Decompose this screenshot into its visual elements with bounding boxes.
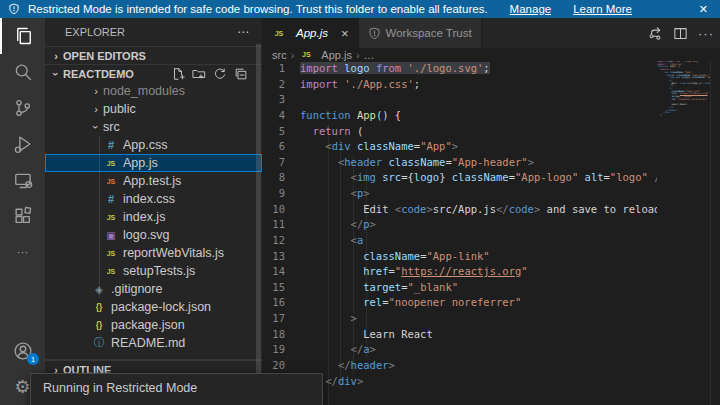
tab-workspace-trust[interactable]: Workspace Trust (359, 18, 482, 48)
tree-item-node-modules[interactable]: ›node_modules (45, 82, 262, 100)
search-icon (13, 62, 33, 82)
line-number: 14 (262, 264, 300, 280)
overview-ruler[interactable] (710, 61, 720, 405)
tree-item-reportwebvitals-js[interactable]: JSreportWebVitals.js (45, 244, 262, 262)
refresh-icon (213, 67, 227, 81)
breadcrumb: src›JSApp.js›… (262, 48, 720, 61)
code-line: 9 <p> (262, 186, 657, 202)
tree-item-logo-svg[interactable]: ▣logo.svg (45, 226, 262, 244)
split-editor-button[interactable] (673, 26, 688, 41)
new-folder-icon (192, 67, 206, 81)
tree-item-src[interactable]: ›src (45, 118, 262, 136)
banner-manage-link[interactable]: Manage (510, 3, 552, 15)
line-number: 9 (262, 186, 300, 202)
restricted-mode-banner: Restricted Mode is intended for safe cod… (0, 0, 720, 18)
vscode-window: Restricted Mode is intended for safe cod… (0, 0, 720, 405)
line-number: 3 (262, 92, 300, 108)
editor-group: JSApp.js×Workspace Trust ··· src›JSApp.j… (262, 18, 720, 405)
code-lines[interactable]: 1import logo from './logo.svg';2import '… (262, 61, 657, 405)
open-editors-section[interactable]: › OPEN EDITORS (45, 46, 262, 64)
info-file-icon: ⓘ (91, 336, 107, 350)
shield-icon (368, 27, 381, 40)
tree-item-label: logo.svg (123, 228, 170, 242)
line-number: 17 (262, 311, 300, 327)
svg-file-icon: ▣ (103, 230, 119, 241)
line-number: 4 (262, 108, 300, 124)
more-icon: ··· (698, 26, 714, 41)
code-line: 10 Edit <code>src/App.js</code> and save… (262, 202, 657, 218)
tree-item--gitignore[interactable]: ◈.gitignore (45, 280, 262, 298)
tree-item-label: package.json (111, 318, 185, 332)
activity-account-button[interactable]: 1 (0, 333, 45, 369)
tree-item-label: public (103, 102, 136, 116)
tree-item-index-css[interactable]: #index.css (45, 190, 262, 208)
tree-item-readme-md[interactable]: ⓘREADME.md (45, 334, 262, 352)
code-line: 1import logo from './logo.svg'; (262, 61, 657, 77)
line-number: 16 (262, 295, 300, 311)
line-number: 8 (262, 170, 300, 186)
refresh-button[interactable] (213, 67, 227, 81)
breadcrumb-label: … (364, 49, 375, 61)
activity-extensions-button[interactable] (0, 198, 45, 234)
code-line: 14 href="https://reactjs.org" (262, 264, 657, 280)
indent-guide (366, 170, 367, 358)
js-file-icon: JS (103, 250, 119, 257)
tree-item-package-json[interactable]: {}package.json (45, 316, 262, 334)
new-folder-button[interactable] (192, 67, 206, 81)
notification-title: Running in Restricted Mode (43, 380, 310, 396)
sidebar-scrollbar[interactable] (256, 44, 261, 405)
more-actions-button[interactable]: ··· (698, 26, 714, 41)
breadcrumb-label: App.js (321, 49, 352, 61)
activity-more-views-button[interactable]: ··· (0, 234, 45, 270)
sidebar-title: EXPLORER (65, 26, 125, 38)
line-number: 1 (262, 61, 300, 77)
minimap[interactable]: import logo from './logo.svg';import './… (657, 61, 710, 405)
new-file-icon (171, 67, 185, 81)
code-line: 12 <a (262, 233, 657, 249)
project-section-reactdemo[interactable]: › REACTDEMO (45, 64, 262, 82)
activity-explorer-button[interactable] (0, 18, 45, 54)
css-file-icon: # (103, 193, 119, 205)
tree-item-index-js[interactable]: JSindex.js (45, 208, 262, 226)
tree-item-label: README.md (111, 336, 185, 350)
code-line: 2import './App.css'; (262, 77, 657, 93)
code-line: 3 (262, 92, 657, 108)
code-line: 5 return ( (262, 124, 657, 140)
account-badge: 1 (27, 353, 39, 365)
activity-run-debug-button[interactable] (0, 126, 45, 162)
tab-close-icon[interactable]: × (341, 27, 349, 40)
new-file-button[interactable] (171, 67, 185, 81)
tree-item-label: index.css (123, 192, 175, 206)
tree-item-label: index.js (123, 210, 165, 224)
breadcrumb-item[interactable]: JSApp.js (298, 49, 352, 61)
tab-bar: JSApp.js×Workspace Trust ··· (262, 18, 720, 48)
tree-item-setuptests-js[interactable]: JSsetupTests.js (45, 262, 262, 280)
tree-item-app-test-js[interactable]: JSApp.test.js (45, 172, 262, 190)
tree-item-package-lock-json[interactable]: {}package-lock.json (45, 298, 262, 316)
sidebar-more-icon[interactable]: ⋯ (237, 25, 250, 39)
editor-actions: ··· (648, 18, 714, 48)
tree-item-label: App.css (123, 138, 167, 152)
collapse-all-button[interactable] (234, 67, 248, 81)
breadcrumb-item[interactable]: … (364, 49, 375, 61)
line-number: 6 (262, 139, 300, 155)
activity-search-button[interactable] (0, 54, 45, 90)
files-icon (14, 26, 34, 46)
settings-gear-icon: ⚙ (14, 378, 30, 396)
activity-bar: ···1⚙ (0, 18, 45, 405)
breadcrumb-item[interactable]: src (272, 49, 287, 61)
code-line: 13 className="App-link" (262, 249, 657, 265)
activity-source-control-button[interactable] (0, 90, 45, 126)
code-area[interactable]: 1import logo from './logo.svg';2import '… (262, 61, 720, 405)
open-changes-button[interactable] (648, 26, 663, 41)
source-control-icon (13, 98, 33, 118)
tree-item-label: package-lock.json (111, 300, 211, 314)
activity-remote-explorer-button[interactable] (0, 162, 45, 198)
banner-close-icon[interactable]: ✕ (695, 3, 712, 16)
tree-item-app-css[interactable]: #App.css (45, 136, 262, 154)
tree-item-public[interactable]: ›public (45, 100, 262, 118)
tab-app-js[interactable]: JSApp.js× (262, 18, 359, 48)
tree-item-app-js[interactable]: JSApp.js (45, 154, 262, 172)
line-number: 11 (262, 217, 300, 233)
banner-learn-more-link[interactable]: Learn More (573, 3, 632, 15)
